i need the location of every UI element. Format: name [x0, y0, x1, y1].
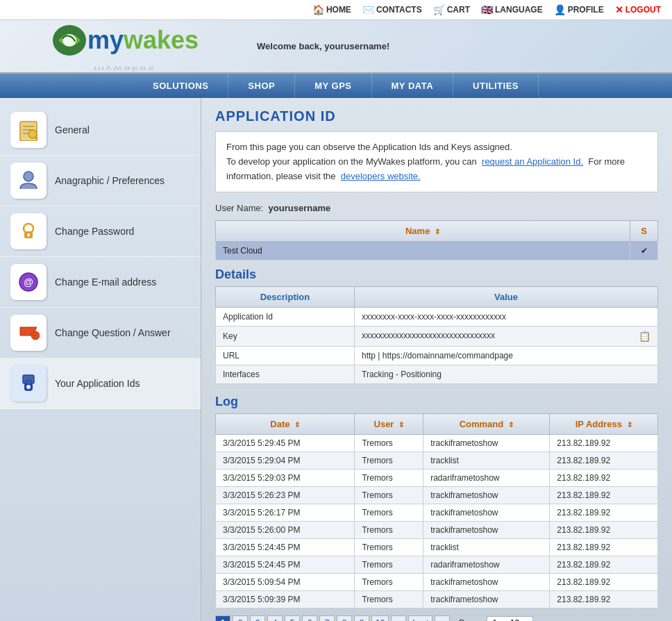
col-s-header[interactable]: S — [630, 221, 658, 242]
app-name-cell: Test Cloud — [216, 242, 630, 260]
sidebar-label-general: General — [55, 124, 90, 135]
sort-user-icon: ⇕ — [398, 421, 404, 429]
log-command-cell: tracklist — [423, 539, 550, 556]
top-navigation: 🏠 HOME ✉️ CONTACTS 🛒 CART 🇬🇧 LANGUAGE 👤 … — [0, 0, 672, 20]
profile-icon: 👤 — [554, 4, 566, 15]
log-command-cell: radariframetoshow — [423, 470, 550, 487]
log-ip-cell: 213.82.189.92 — [550, 504, 658, 522]
nav-mydata[interactable]: MY DATA — [372, 74, 454, 98]
log-date-cell: 3/3/2015 5:26:00 PM — [216, 522, 355, 539]
nav-shop[interactable]: SHOP — [228, 74, 295, 98]
detail-value-cell: Tracking - Positioning — [355, 365, 658, 384]
home-icon: 🏠 — [312, 4, 324, 15]
sidebar-label-anagraphic: Anagraphic / Preferences — [55, 175, 165, 186]
log-user-cell: Tremors — [355, 556, 423, 574]
log-date-cell: 3/3/2015 5:29:03 PM — [216, 470, 355, 487]
detail-value-cell: xxxxxxxxxxxxxxxxxxxxxxxxxxxxxxxx📋 — [355, 326, 658, 347]
logo-area: mywakes mywakes — [7, 24, 243, 69]
cart-icon: 🛒 — [433, 4, 445, 15]
log-title: Log — [215, 395, 658, 409]
log-ip-cell: 213.82.189.92 — [550, 591, 658, 608]
log-table-row: 3/3/2015 5:09:54 PMTremorstrackiframetos… — [216, 574, 658, 591]
nav-profile[interactable]: 👤 PROFILE — [550, 3, 608, 17]
nav-logout[interactable]: ✕ LOGOUT — [611, 3, 665, 17]
pages-select[interactable]: 1 … 10 — [487, 616, 533, 621]
nav-language[interactable]: 🇬🇧 LANGUAGE — [477, 3, 547, 17]
sidebar-item-general[interactable]: General — [0, 105, 201, 156]
copy-key-button[interactable]: 📋 — [639, 331, 650, 342]
page-btn-3[interactable]: 3 — [250, 615, 265, 621]
page-last-button[interactable]: Last — [408, 615, 432, 621]
anagraphic-icon — [10, 163, 47, 199]
log-ip-cell: 213.82.189.92 — [550, 522, 658, 539]
page-btn-2[interactable]: 2 — [233, 615, 248, 621]
log-table-row: 3/3/2015 5:26:17 PMTremorstrackiframetos… — [216, 504, 658, 522]
log-table-row: 3/3/2015 5:09:39 PMTremorstrackiframetos… — [216, 591, 658, 608]
page-title: APPLICATION ID — [215, 108, 658, 124]
page-last-arrow-icon[interactable]: » — [435, 615, 450, 621]
email-icon: ✉️ — [362, 4, 374, 15]
nav-home[interactable]: 🏠 HOME — [308, 3, 355, 17]
selected-cell: ✔ — [630, 242, 658, 260]
sidebar-item-change-question[interactable]: Change Question / Answer — [0, 308, 201, 358]
page-btn-6[interactable]: 6 — [302, 615, 317, 621]
nav-solutions[interactable]: SOLUTIONS — [133, 74, 228, 98]
log-col-user[interactable]: User ⇕ — [355, 414, 423, 435]
log-col-ip[interactable]: IP Address ⇕ — [550, 414, 658, 435]
sidebar-item-anagraphic[interactable]: Anagraphic / Preferences — [0, 156, 201, 206]
log-ip-cell: 213.82.189.92 — [550, 556, 658, 574]
col-name-header[interactable]: Name ⇕ — [216, 221, 630, 242]
app-ids-icon — [10, 365, 47, 401]
log-ip-cell: 213.82.189.92 — [550, 470, 658, 487]
page-btn-9[interactable]: 9 — [354, 615, 369, 621]
log-user-cell: Tremors — [355, 487, 423, 504]
main-navigation: SOLUTIONS SHOP MY GPS MY DATA UTILITIES — [0, 74, 672, 98]
details-title: Details — [215, 267, 658, 282]
request-appid-link[interactable]: request an Application Id. — [482, 156, 583, 167]
log-date-cell: 3/3/2015 5:09:39 PM — [216, 591, 355, 608]
log-user-cell: Tremors — [355, 435, 423, 452]
page-btn-5[interactable]: 5 — [285, 615, 300, 621]
svg-text:@: @ — [24, 276, 33, 288]
page-btn-4[interactable]: 4 — [267, 615, 283, 621]
log-command-cell: tracklist — [423, 452, 550, 470]
log-user-cell: Tremors — [355, 504, 423, 522]
log-command-cell: trackiframetoshow — [423, 487, 550, 504]
password-icon — [10, 213, 47, 249]
log-user-cell: Tremors — [355, 470, 423, 487]
nav-contacts[interactable]: ✉️ CONTACTS — [358, 3, 426, 17]
sort-date-icon: ⇕ — [294, 421, 300, 429]
log-col-date[interactable]: Date ⇕ — [216, 414, 355, 435]
detail-desc-cell: Application Id — [216, 308, 355, 326]
nav-cart[interactable]: 🛒 CART — [429, 3, 474, 17]
log-command-cell: trackiframetoshow — [423, 504, 550, 522]
sort-name-icon: ⇕ — [435, 228, 440, 235]
sidebar-label-app-ids: Your Application Ids — [55, 378, 140, 389]
nav-utilities[interactable]: UTILITIES — [453, 74, 539, 98]
detail-value-cell: xxxxxxxx-xxxx-xxxx-xxxx-xxxxxxxxxxxx — [355, 308, 658, 326]
log-col-command[interactable]: Command ⇕ — [423, 414, 550, 435]
table-row[interactable]: Test Cloud ✔ — [216, 242, 658, 260]
log-user-cell: Tremors — [355, 539, 423, 556]
nav-mygps[interactable]: MY GPS — [295, 74, 371, 98]
log-table-row: 3/3/2015 5:24:45 PMTremorsradariframetos… — [216, 556, 658, 574]
detail-desc-cell: Key — [216, 326, 355, 347]
username-value: yourusername — [269, 203, 331, 213]
sidebar-item-app-ids[interactable]: Your Application Ids — [0, 358, 201, 409]
page-layout: General Anagraphic / Preferences Chang — [0, 98, 672, 621]
page-btn-10[interactable]: 10 — [371, 615, 389, 621]
detail-desc-cell: Interfaces — [216, 365, 355, 384]
developers-link[interactable]: developers website. — [341, 171, 421, 181]
sidebar-item-change-email[interactable]: @ Change E-mail address — [0, 257, 201, 308]
page-btn-8[interactable]: 8 — [337, 615, 352, 621]
app-id-table: Name ⇕ S Test Cloud ✔ — [215, 220, 658, 260]
sidebar-item-change-password[interactable]: Change Password — [0, 206, 201, 257]
page-next-icon[interactable]: › — [391, 615, 406, 621]
log-table-row: 3/3/2015 5:24:45 PMTremorstracklist213.8… — [216, 539, 658, 556]
page-btn-7[interactable]: 7 — [319, 615, 335, 621]
sidebar-label-change-question: Change Question / Answer — [55, 327, 171, 338]
info-box: From this page you can observe the Appli… — [215, 131, 658, 192]
log-table-row: 3/3/2015 5:26:23 PMTremorstrackiframetos… — [216, 487, 658, 504]
page-btn-1[interactable]: 1 — [215, 615, 230, 621]
sort-command-icon: ⇕ — [508, 421, 514, 429]
